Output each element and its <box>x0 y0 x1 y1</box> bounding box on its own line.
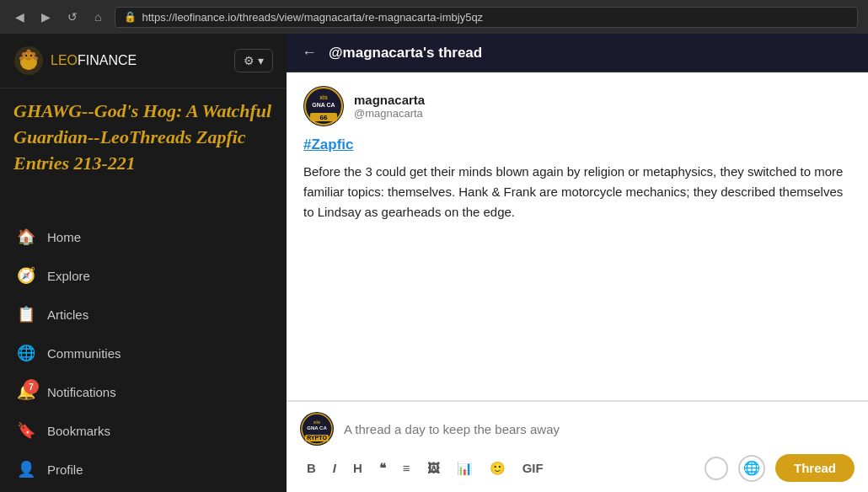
communities-icon: 🌐 <box>17 344 35 362</box>
sidebar-item-label-articles: Articles <box>47 308 88 322</box>
sidebar-nav: 🏠 Home 🧭 Explore 📋 Articles 🌐 Communitie… <box>0 214 287 492</box>
thread-post: xls GNA CA 66 magnacarta @magnacarta #Za… <box>287 72 868 401</box>
home-button[interactable]: ⌂ <box>89 8 106 25</box>
back-button[interactable]: ◀ <box>10 8 29 25</box>
reply-avatar: xls GNA CA RYPTO <box>300 412 334 446</box>
app-container: LEOFINANCE ⚙ ▾ GHAWG--God's Hog: A Watch… <box>0 34 868 492</box>
back-to-threads-button[interactable]: ← <box>302 44 317 62</box>
sidebar-item-bookmarks[interactable]: 🔖 Bookmarks <box>0 411 287 450</box>
url-text: https://leofinance.io/threads/view/magna… <box>142 11 483 24</box>
sidebar-item-label-profile: Profile <box>47 463 83 477</box>
refresh-button[interactable]: ↺ <box>62 8 83 25</box>
thread-header: ← @magnacarta's thread <box>287 34 868 72</box>
bold-button[interactable]: B <box>303 457 319 479</box>
sidebar-item-notifications[interactable]: 🔔 7 Notifications <box>0 372 287 411</box>
logo-text: LEOFINANCE <box>51 53 137 68</box>
post-hashtag[interactable]: #Zapfic <box>303 136 851 153</box>
sidebar-item-articles[interactable]: 📋 Articles <box>0 295 287 334</box>
explore-icon: 🧭 <box>17 266 35 285</box>
sidebar-header: LEOFINANCE ⚙ ▾ <box>0 34 287 88</box>
svg-text:xls: xls <box>319 94 328 100</box>
svg-text:GNA CA: GNA CA <box>312 102 335 108</box>
radio-button[interactable] <box>705 457 728 480</box>
post-author-row: xls GNA CA 66 magnacarta @magnacarta <box>303 86 851 126</box>
author-info: magnacarta @magnacarta <box>354 93 425 120</box>
sidebar-post-preview: GHAWG--God's Hog: A Watchful Guardian--L… <box>0 88 287 214</box>
svg-text:xls: xls <box>313 420 321 425</box>
reply-area: xls GNA CA RYPTO B I H ❝ ≡ 🖼 📊 🙂 GIF <box>287 401 868 492</box>
italic-button[interactable]: I <box>330 457 340 479</box>
svg-point-11 <box>27 50 31 54</box>
post-title: GHAWG--God's Hog: A Watchful Guardian--L… <box>13 99 273 176</box>
sidebar-item-communities[interactable]: 🌐 Communities <box>0 334 287 372</box>
emoji-button[interactable]: 🙂 <box>486 457 509 479</box>
logo-leo: LEO <box>51 53 78 67</box>
sidebar-item-label-home: Home <box>47 230 81 244</box>
home-icon: 🏠 <box>17 227 35 246</box>
notifications-badge: 7 <box>24 379 39 394</box>
chart-button[interactable]: 📊 <box>453 457 476 479</box>
svg-point-6 <box>27 58 30 60</box>
list-button[interactable]: ≡ <box>399 457 414 479</box>
author-avatar: xls GNA CA 66 <box>303 86 344 126</box>
avatar-image: xls GNA CA 66 <box>303 86 344 126</box>
gif-button[interactable]: GIF <box>519 457 547 479</box>
lion-logo-icon <box>13 45 44 76</box>
profile-icon: 👤 <box>17 460 35 479</box>
thread-submit-button[interactable]: Thread <box>775 454 855 482</box>
sidebar-item-explore[interactable]: 🧭 Explore <box>0 256 287 295</box>
svg-point-5 <box>30 55 32 56</box>
browser-chrome: ◀ ▶ ↺ ⌂ 🔒 https://leofinance.io/threads/… <box>0 0 868 34</box>
heading-button[interactable]: H <box>350 457 366 479</box>
browser-nav-controls: ◀ ▶ ↺ ⌂ <box>10 8 106 25</box>
reply-avatar-image: xls GNA CA RYPTO <box>300 412 334 446</box>
logo: LEOFINANCE <box>13 45 137 76</box>
svg-point-4 <box>25 55 27 56</box>
svg-text:RYPTO: RYPTO <box>307 435 327 441</box>
sidebar-actions: ⚙ ▾ <box>234 49 273 72</box>
settings-button[interactable]: ⚙ ▾ <box>234 49 273 72</box>
reply-toolbar: B I H ❝ ≡ 🖼 📊 🙂 GIF 🌐 Thread <box>300 454 855 482</box>
svg-text:GNA CA: GNA CA <box>307 425 327 430</box>
forward-button[interactable]: ▶ <box>36 8 56 25</box>
logo-finance: FINANCE <box>78 53 137 67</box>
sidebar: LEOFINANCE ⚙ ▾ GHAWG--God's Hog: A Watch… <box>0 34 287 492</box>
bookmarks-icon: 🔖 <box>17 421 35 440</box>
address-bar[interactable]: 🔒 https://leofinance.io/threads/view/mag… <box>115 7 858 28</box>
author-handle: @magnacarta <box>354 107 425 120</box>
articles-icon: 📋 <box>17 305 35 324</box>
post-body: Before the 3 could get their minds blown… <box>303 162 851 222</box>
thread-title: @magnacarta's thread <box>329 45 482 62</box>
main-content: ← @magnacarta's thread xls GNA CA 66 <box>287 34 868 492</box>
sidebar-item-home[interactable]: 🏠 Home <box>0 217 287 256</box>
quote-button[interactable]: ❝ <box>376 457 389 479</box>
sidebar-item-profile[interactable]: 👤 Profile <box>0 450 287 489</box>
author-name: magnacarta <box>354 93 425 107</box>
dropdown-icon: ▾ <box>258 54 264 67</box>
image-button[interactable]: 🖼 <box>424 457 443 479</box>
lock-icon: 🔒 <box>124 11 137 23</box>
sidebar-item-label-communities: Communities <box>47 346 121 361</box>
svg-text:66: 66 <box>320 114 328 121</box>
sidebar-item-label-notifications: Notifications <box>47 385 116 399</box>
globe-button[interactable]: 🌐 <box>738 455 765 482</box>
reply-input-field[interactable] <box>344 422 855 436</box>
sidebar-item-label-bookmarks: Bookmarks <box>47 424 110 438</box>
sidebar-item-label-explore: Explore <box>47 269 90 283</box>
gear-icon: ⚙ <box>244 54 255 67</box>
reply-input-row: xls GNA CA RYPTO <box>300 412 855 446</box>
